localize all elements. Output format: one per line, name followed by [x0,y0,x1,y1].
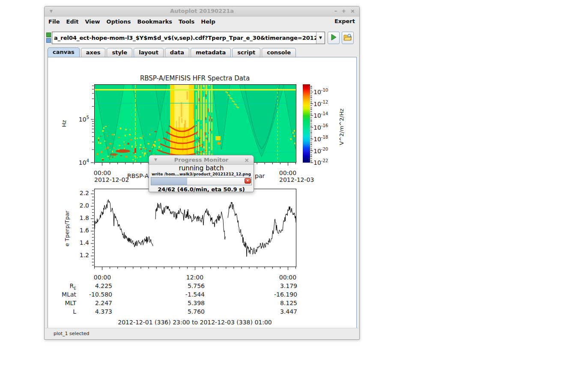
menu-edit[interactable]: Edit [66,18,79,25]
window-titlebar[interactable]: ▼ Autoplot 20190221a –+× [45,6,359,17]
colorbar [303,84,310,163]
stop-button[interactable]: × [245,178,251,184]
ephemeris-value: 8.125 [254,300,297,306]
window-title: Autoplot 20190221a [45,8,359,14]
plot2-title-fragment-right: par [255,172,265,179]
status-text: plot_1 selected [54,331,90,336]
progress-dialog-body: running batch write /hom...walk3/product… [149,165,254,193]
progress-status-label: 24/62 (46.0/min, eta 50.9 s) [149,186,254,193]
dialog-close-icon[interactable]: × [244,156,249,164]
colorbar-tick-label: 10-14 [313,111,336,119]
progress-monitor-dialog[interactable]: ▼ Progress Monitor × running batch write… [149,155,254,192]
ephemeris-value: 4.373 [69,308,112,315]
plot2-y-tick-label: 1.4 [67,239,89,246]
play-icon [330,33,337,41]
plot1-x-tick-time-left: 00:00 [85,169,119,176]
plot2-y-tick-label: 2.2 [67,190,89,196]
ephemeris-value: 3.179 [254,282,297,289]
lineplot[interactable] [94,189,296,267]
plot2-y-tick-label: 1.2 [67,252,89,258]
uri-toolbar: a_rel04_ect-hope-mom-l3_$Y$m$d_v$(v,sep)… [45,26,359,48]
uri-dropdown-button[interactable]: ▼ [316,32,325,44]
ephemeris-value: 5.760 [162,308,205,315]
menu-file[interactable]: File [48,18,60,25]
spectrogram-plot[interactable] [94,84,296,163]
plot2-x-tick-label: 00:00 [271,274,305,281]
stop-x-icon: × [247,178,249,183]
uri-input[interactable]: a_rel04_ect-hope-mom-l3_$Y$m$d_v$(v,sep)… [52,32,316,44]
expert-mode-label[interactable]: Expert [334,18,355,24]
status-bar: plot_1 selected [45,328,359,339]
menu-view[interactable]: View [85,18,100,25]
menu-tools[interactable]: Tools [179,18,194,25]
ephemeris-value: -16.190 [254,291,297,298]
plot1-x-tick-date-left: 2012-12-02 [94,176,129,183]
tab-console[interactable]: console [262,48,296,57]
window-controls: –+× [330,8,355,14]
tab-layout[interactable]: layout [134,48,164,57]
colorbar-tick-label: 10-10 [313,88,336,95]
tab-bar: canvasaxesstylelayoutdatametadatascriptc… [45,48,359,57]
maximize-button[interactable]: + [341,8,346,14]
menu-bookmarks[interactable]: Bookmarks [137,18,173,25]
plot2-y-tick-label: 1.8 [67,214,89,221]
spectrogram-image [95,85,296,162]
progress-dialog-titlebar[interactable]: ▼ Progress Monitor × [149,155,254,165]
ephemeris-value: -10.580 [69,291,112,298]
colorbar-tick-label: 10-22 [313,158,336,166]
inspect-uri-button[interactable] [342,32,354,44]
green-square-icon[interactable] [46,33,51,37]
plot1-title: RBSP-A/EMFISIS HFR Spectra Data [94,74,295,82]
tab-axes[interactable]: axes [81,48,106,57]
ephemeris-value: 5.398 [162,300,205,306]
plot1-x-tick-time-right: 00:00 [271,169,305,176]
progress-dialog-title: Progress Monitor [149,155,254,164]
ephemeris-value: 5.756 [162,282,205,289]
ephemeris-value: -1.544 [162,291,205,298]
tab-data[interactable]: data [165,48,189,57]
ephemeris-value: 3.447 [254,308,297,315]
go-plot-button[interactable] [328,32,340,44]
blue-square-icon[interactable] [46,38,51,43]
plot2-y-tick-label: 2.0 [67,202,89,209]
menubar: FileEditViewOptionsBookmarksToolsHelp Ex… [45,17,359,26]
time-range-label: 2012-12-01 (336) 23:00 to 2012-12-03 (33… [94,319,295,326]
close-button[interactable]: × [350,8,355,14]
plot1-x-tick-date-right: 2012-12-03 [279,176,314,183]
plot1-y-tick-label: 105 [67,115,89,123]
progress-bar: × [151,177,252,185]
ephemeris-value: 2.247 [69,300,112,306]
progress-bar-fill [151,178,187,185]
lineplot-trace [95,189,296,267]
uri-combobox[interactable]: a_rel04_ect-hope-mom-l3_$Y$m$d_v$(v,sep)… [52,32,325,44]
colorbar-tick-label: 10-18 [313,135,336,143]
progress-detail-label: write /hom...walk3/product_20121212_12.p… [149,172,254,176]
colorbar-tick-label: 10-16 [313,123,336,131]
colorbar-tick-label: 10-20 [313,147,336,154]
dialog-menu-icon[interactable]: ▼ [154,157,157,162]
dataset-selector-icons [46,33,51,44]
ephemeris-value: 4.225 [69,282,112,289]
plot1-y-tick-label: 104 [67,158,89,166]
colorbar-tick-label: 10-12 [313,100,336,107]
plot2-title-fragment-left: RBSP-A [127,172,149,179]
menu-options[interactable]: Options [107,18,131,25]
tab-script[interactable]: script [232,48,260,57]
tab-metadata[interactable]: metadata [191,48,231,57]
colorbar-axis-label: V^2/m^2/Hz [338,94,345,160]
progress-task-label: running batch [149,165,254,172]
folder-magnifier-icon [343,33,352,41]
menu-items: FileEditViewOptionsBookmarksToolsHelp [48,17,215,26]
plot1-y-axis-label: Hz [61,109,67,139]
tab-style[interactable]: style [107,48,132,57]
tab-canvas[interactable]: canvas [48,48,80,57]
chevron-down-icon: ▼ [319,36,322,40]
plot2-x-tick-label: 00:00 [85,274,119,281]
minimize-button[interactable]: – [334,8,337,14]
plot2-x-tick-label: 12:00 [178,274,212,281]
menu-help[interactable]: Help [201,18,215,25]
plot-canvas[interactable]: RBSP-A/EMFISIS HFR Spectra Data Hz V^2/m… [48,57,357,329]
plot2-y-tick-label: 1.6 [67,227,89,234]
